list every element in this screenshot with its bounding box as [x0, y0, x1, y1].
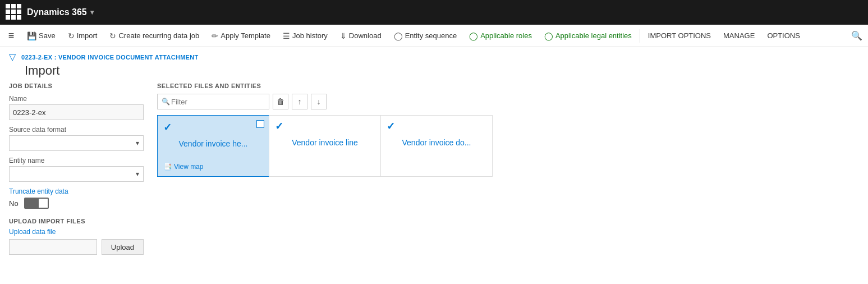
entity-card-header-0: ✓	[163, 121, 263, 134]
move-down-button[interactable]: ↓	[311, 94, 327, 109]
upload-file-label: Upload data file	[9, 228, 144, 236]
toolbar-separator-1	[640, 29, 640, 43]
entity-name-0: Vendor invoice he...	[163, 134, 263, 158]
entities-toolbar: 🔍 🗑 ↑ ↓	[157, 94, 859, 109]
upload-section-label: UPLOAD IMPORT FILES	[9, 218, 144, 225]
entity-card-2[interactable]: ✓ Vendor invoice do...	[380, 115, 493, 177]
page-title: Import	[25, 63, 59, 78]
list-icon: ☰	[283, 31, 290, 40]
breadcrumb-area: ▽ 0223-2-EX : VENDOR INVOICE DOCUMENT AT…	[0, 47, 868, 62]
selected-files-label: SELECTED FILES AND ENTITIES	[157, 83, 859, 89]
create-recurring-button[interactable]: ↻ Create recurring data job	[104, 26, 205, 46]
main-layout: JOB DETAILS Name Source data format Enti…	[0, 83, 868, 255]
entity-name-wrapper	[9, 166, 144, 182]
manage-button[interactable]: MANAGE	[718, 26, 760, 46]
filter-input[interactable]	[157, 94, 269, 109]
delete-button[interactable]: 🗑	[273, 94, 288, 109]
entity-name-2: Vendor invoice do...	[387, 132, 486, 171]
truncate-toggle-row: No	[9, 198, 144, 209]
top-bar: Dynamics 365 ▾	[0, 0, 868, 25]
legal-icon: ◯	[544, 31, 553, 40]
move-up-button[interactable]: ↑	[292, 94, 307, 109]
page-content: ▽ 0223-2-EX : VENDOR INVOICE DOCUMENT AT…	[0, 47, 868, 255]
job-history-button[interactable]: ☰ Job history	[277, 26, 333, 46]
source-data-format-label: Source data format	[9, 126, 144, 134]
save-button[interactable]: 💾 Save	[21, 26, 61, 46]
download-button[interactable]: ⇓ Download	[334, 26, 387, 46]
upload-section: UPLOAD IMPORT FILES Upload data file Upl…	[9, 218, 144, 255]
waffle-icon[interactable]	[6, 4, 22, 21]
toolbar-search-button[interactable]: 🔍	[848, 27, 866, 45]
source-data-format-wrapper	[9, 135, 144, 151]
breadcrumb: 0223-2-EX : VENDOR INVOICE DOCUMENT ATTA…	[21, 54, 199, 61]
viewmap-icon-0: 📑	[163, 163, 172, 171]
applicable-legal-button[interactable]: ◯ Applicable legal entities	[539, 26, 637, 46]
upload-controls: Upload	[9, 239, 144, 255]
roles-icon: ◯	[469, 31, 478, 40]
name-label: Name	[9, 95, 144, 103]
toggle-thumb	[39, 199, 48, 208]
toolbar: ≡ 💾 Save ↻ Import ↻ Create recurring dat…	[0, 25, 868, 47]
hamburger-button[interactable]: ≡	[2, 27, 20, 45]
up-arrow-icon: ↑	[298, 97, 302, 106]
entity-sequence-button[interactable]: ◯ Entity sequence	[388, 26, 463, 46]
upload-button[interactable]: Upload	[102, 239, 144, 255]
import-button[interactable]: ↻ Import	[62, 26, 103, 46]
view-map-0[interactable]: 📑 View map	[163, 163, 263, 171]
entity-card-1[interactable]: ✓ Vendor invoice line	[269, 115, 381, 177]
down-arrow-icon: ↓	[317, 97, 321, 106]
applicable-roles-button[interactable]: ◯ Applicable roles	[463, 26, 538, 46]
trash-icon: 🗑	[277, 97, 284, 106]
truncate-value: No	[9, 199, 19, 208]
name-input[interactable]	[9, 104, 144, 120]
pencil-icon: ✏	[212, 31, 218, 40]
check-icon-0: ✓	[163, 121, 172, 134]
filter-input-wrapper: 🔍	[157, 94, 269, 109]
entity-card-0[interactable]: ✓ Vendor invoice he... 📑 View map	[157, 115, 269, 177]
import-icon: ↻	[68, 31, 75, 40]
right-panel: SELECTED FILES AND ENTITIES 🔍 🗑 ↑ ↓	[157, 83, 859, 255]
apply-template-button[interactable]: ✏ Apply Template	[206, 26, 276, 46]
import-options-button[interactable]: IMPORT OPTIONS	[642, 26, 717, 46]
entity-name-1: Vendor invoice line	[275, 132, 375, 171]
options-button[interactable]: OPTIONS	[761, 26, 806, 46]
check-icon-1: ✓	[275, 120, 283, 132]
app-title: Dynamics 365 ▾	[27, 7, 94, 17]
page-title-area: Import	[0, 62, 868, 83]
filter-search-icon: 🔍	[162, 98, 170, 106]
entity-checkbox-0[interactable]	[256, 120, 264, 128]
job-details-label: JOB DETAILS	[9, 83, 144, 89]
entity-cards: ✓ Vendor invoice he... 📑 View map ✓ Vend…	[157, 115, 859, 177]
recurring-icon: ↻	[109, 31, 116, 40]
app-title-chevron[interactable]: ▾	[90, 8, 94, 16]
filter-icon[interactable]: ▽	[9, 52, 16, 62]
truncate-toggle[interactable]	[24, 198, 49, 209]
truncate-label: Truncate entity data	[9, 187, 144, 195]
source-data-format-select[interactable]	[9, 135, 144, 151]
entity-name-label: Entity name	[9, 157, 144, 164]
save-icon: 💾	[27, 31, 36, 40]
view-map-label-0: View map	[174, 163, 203, 171]
check-icon-2: ✓	[387, 120, 395, 132]
left-panel: JOB DETAILS Name Source data format Enti…	[9, 83, 144, 255]
entity-name-select[interactable]	[9, 166, 144, 182]
download-icon: ⇓	[340, 31, 347, 40]
upload-file-input[interactable]	[9, 239, 97, 255]
entity-seq-icon: ◯	[394, 31, 403, 40]
